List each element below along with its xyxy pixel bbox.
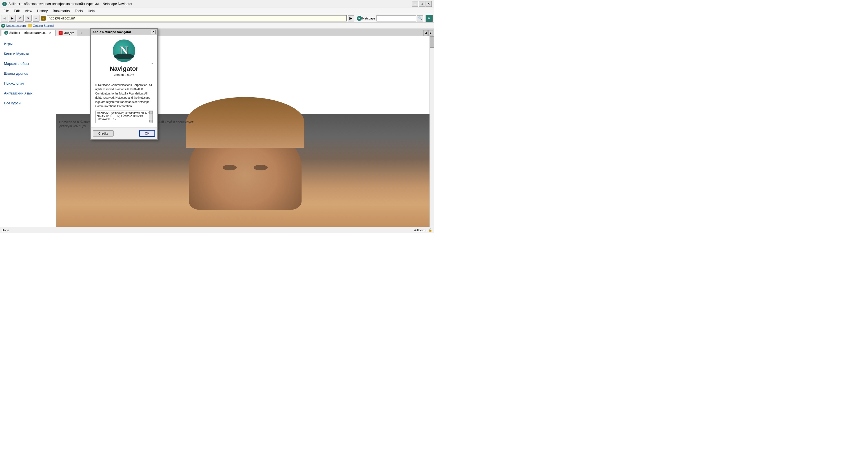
tab-skillbox[interactable]: S Skillbox – образовательн... ✕ xyxy=(1,30,55,36)
menu-view[interactable]: View xyxy=(23,8,34,13)
sidebar-link-marketplace[interactable]: Маркетплейсы xyxy=(0,59,56,68)
search-favicon: N xyxy=(357,16,362,21)
menu-edit[interactable]: Edit xyxy=(11,8,22,13)
menu-history[interactable]: History xyxy=(35,8,50,13)
sidebar: Игры Кино и Музыка Маркетплейсы Школа др… xyxy=(0,36,56,227)
back-button[interactable]: ◀ xyxy=(1,15,8,22)
version-text: version 9.0.0.6 xyxy=(114,73,134,77)
tab-skillbox-label: Skillbox – образовательн... xyxy=(9,31,48,34)
window-title: Skillbox – образовательная платформа с о… xyxy=(8,2,132,6)
url-bar[interactable] xyxy=(47,15,347,22)
app-icon: N xyxy=(2,2,7,6)
hero-left-eye xyxy=(223,165,237,170)
menu-file[interactable]: File xyxy=(1,8,11,13)
search-go-button[interactable]: 🔍 xyxy=(417,15,423,22)
sidebar-link-games[interactable]: Игры xyxy=(0,39,56,49)
main-content: Игры Кино и Музыка Маркетплейсы Школа др… xyxy=(0,36,434,227)
sidebar-link-psychology[interactable]: Психология xyxy=(0,79,56,88)
maximize-button[interactable]: □ xyxy=(419,1,425,7)
page-scrollbar[interactable] xyxy=(430,36,434,227)
sidebar-link-drones[interactable]: Школа дронов xyxy=(0,68,56,79)
useragent-container: Mozilla/5.0 (Windows; U; Windows NT 6.2;… xyxy=(95,111,153,123)
trademark-symbol: ™ xyxy=(151,63,153,65)
ua-scrollbar[interactable]: ▲ ▼ xyxy=(149,111,153,123)
ua-scroll-track xyxy=(149,114,152,119)
netscape-logo: N xyxy=(113,39,135,62)
tabs-scroll-left[interactable]: ◀ xyxy=(423,30,428,36)
credits-button[interactable]: Credits xyxy=(93,130,114,137)
sidebar-link-all-courses[interactable]: Все курсы xyxy=(0,98,56,108)
status-right: skillbox.ru 🔒 xyxy=(413,228,432,232)
nav-toolbar: ◀ ▶ ↺ ✕ ⌂ 🔒 ▶ N Netscape 🔍 N xyxy=(0,14,434,23)
bookmark-netscape-label: Netscape.com xyxy=(6,24,26,27)
useragent-text: Mozilla/5.0 (Windows; U; Windows NT 6.2;… xyxy=(97,111,150,121)
status-text: Done xyxy=(2,229,9,232)
logo-globe xyxy=(114,54,134,59)
status-lock-icon: 🔒 xyxy=(428,228,432,232)
bookmark-netscape[interactable]: N Netscape.com xyxy=(1,24,26,28)
useragent-box[interactable]: Mozilla/5.0 (Windows; U; Windows NT 6.2;… xyxy=(95,111,153,123)
minimize-button[interactable]: – xyxy=(412,1,418,7)
scrollbar-thumb[interactable] xyxy=(430,36,434,48)
reload-button[interactable]: ↺ xyxy=(17,15,24,22)
menu-tools[interactable]: Tools xyxy=(72,8,85,13)
dialog-separator xyxy=(95,81,153,81)
nav-icon-button[interactable]: N xyxy=(426,15,433,22)
new-tab-button[interactable]: + xyxy=(78,30,85,36)
dialog-title-bar: About Netscape Navigator ✕ xyxy=(91,29,157,35)
tab-yandex-favicon: Я xyxy=(59,31,63,35)
sidebar-link-english[interactable]: Английский язык xyxy=(0,88,56,98)
dialog-title: About Netscape Navigator xyxy=(92,30,131,34)
dialog-close-button[interactable]: ✕ xyxy=(151,30,156,34)
title-bar-controls[interactable]: – □ ✕ xyxy=(412,1,432,7)
tab-yandex-label: Яндекс xyxy=(64,31,74,35)
status-url: skillbox.ru xyxy=(413,229,427,232)
search-input[interactable] xyxy=(376,15,416,22)
hero-hair xyxy=(186,97,304,148)
menu-help[interactable]: Help xyxy=(85,8,97,13)
sidebar-link-movies[interactable]: Кино и Музыка xyxy=(0,49,56,59)
about-dialog: About Netscape Navigator ✕ N ™ Navigator… xyxy=(90,28,158,140)
tabs-scroll-right[interactable]: ▶ xyxy=(428,30,433,36)
go-button[interactable]: ▶ xyxy=(348,15,354,22)
security-icon: 🔒 xyxy=(41,16,45,21)
dialog-footer: Credits OK xyxy=(91,127,157,139)
search-label: Netscape xyxy=(363,17,375,20)
close-button[interactable]: ✕ xyxy=(426,1,432,7)
tabs-bar: S Skillbox – образовательн... ✕ Я Яндекс… xyxy=(0,29,434,36)
tab-skillbox-close[interactable]: ✕ xyxy=(49,31,52,34)
bookmarks-bar: N Netscape.com Getting Started xyxy=(0,23,434,29)
tab-yandex[interactable]: Я Яндекс xyxy=(56,30,77,36)
app-name: Navigator xyxy=(110,65,138,72)
ua-scroll-down[interactable]: ▼ xyxy=(149,120,153,122)
menu-bookmarks[interactable]: Bookmarks xyxy=(51,8,72,13)
folder-icon xyxy=(28,24,32,27)
tabs-scroll: ◀ ▶ xyxy=(423,30,433,36)
bookmark-getting-started-label: Getting Started xyxy=(33,24,54,27)
title-bar-left: N Skillbox – образовательная платформа с… xyxy=(2,2,132,6)
title-bar: N Skillbox – образовательная платформа с… xyxy=(0,0,434,8)
dialog-body: N ™ Navigator version 9.0.0.6 © Netscape… xyxy=(91,35,157,127)
status-bar: Done skillbox.ru 🔒 xyxy=(0,227,434,233)
bookmark-getting-started[interactable]: Getting Started xyxy=(28,24,54,27)
home-button[interactable]: ⌂ xyxy=(33,15,39,22)
ok-button[interactable]: OK xyxy=(139,130,155,137)
menu-bar: File Edit View History Bookmarks Tools H… xyxy=(0,8,434,14)
tab-skillbox-favicon: S xyxy=(4,31,8,35)
netscape-favicon: N xyxy=(1,24,5,28)
ua-scroll-up[interactable]: ▲ xyxy=(149,111,153,114)
stop-button[interactable]: ✕ xyxy=(25,15,32,22)
copyright-text: © Netscape Communications Corporation. A… xyxy=(95,83,153,108)
hero-right-eye xyxy=(254,165,268,170)
forward-button[interactable]: ▶ xyxy=(9,15,16,22)
